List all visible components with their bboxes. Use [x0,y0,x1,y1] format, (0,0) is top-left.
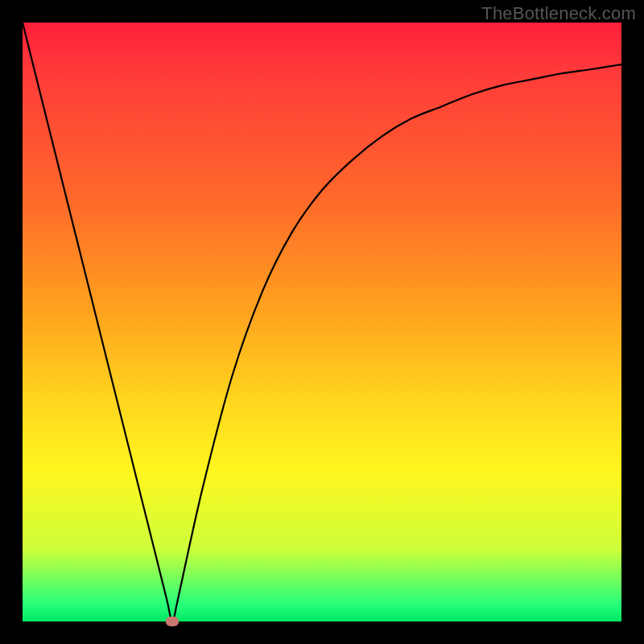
bottleneck-curve [23,23,621,621]
plot-area [23,23,621,621]
watermark-text: TheBottleneck.com [481,3,636,24]
min-marker [166,617,179,626]
chart-frame: TheBottleneck.com [0,0,644,644]
